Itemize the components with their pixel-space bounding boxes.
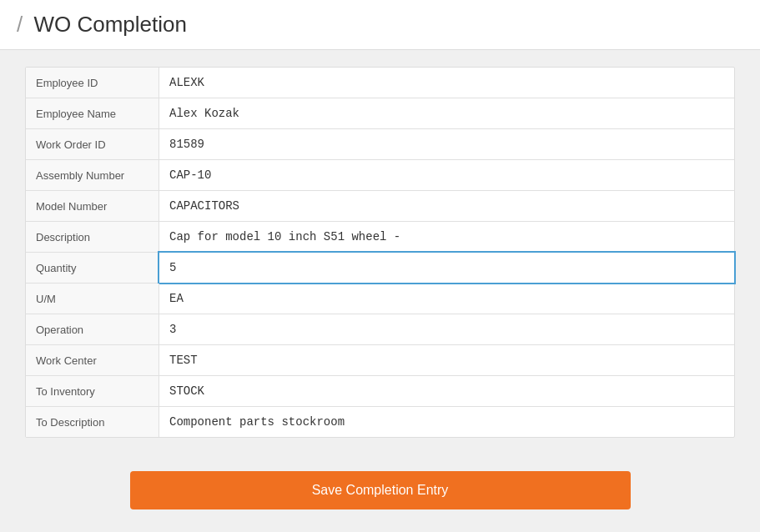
form-field-value: Cap for model 10 inch S51 wheel -	[159, 222, 734, 252]
form-label: Quantity	[26, 253, 159, 283]
page-title-text: WO Completion	[33, 12, 187, 37]
form-label: Employee Name	[26, 98, 159, 128]
form-field-value: 3	[159, 314, 734, 344]
form-row: DescriptionCap for model 10 inch S51 whe…	[26, 222, 734, 253]
quantity-input[interactable]	[159, 253, 734, 283]
save-button-container: Save Completion Entry	[0, 454, 760, 526]
main-content: Employee IDALEXKEmployee NameAlex KozakW…	[0, 50, 760, 454]
form-field-value: TEST	[159, 345, 734, 375]
form-row: Quantity	[26, 253, 734, 284]
form-field-value: EA	[159, 284, 734, 314]
form-container: Employee IDALEXKEmployee NameAlex KozakW…	[25, 67, 735, 438]
footer: Copyright © 2021-2024 Zumasys Inc. v1.6.…	[0, 526, 760, 532]
form-label: To Description	[26, 407, 159, 437]
form-row: Employee IDALEXK	[26, 68, 734, 98]
form-row: To InventorySTOCK	[26, 376, 734, 407]
form-field-value: CAP-10	[159, 160, 734, 190]
form-row: Work Order ID81589	[26, 129, 734, 160]
form-label: Model Number	[26, 191, 159, 221]
save-completion-button[interactable]: Save Completion Entry	[130, 471, 631, 509]
form-label: Assembly Number	[26, 160, 159, 190]
form-field-value: 81589	[159, 129, 734, 159]
form-row: To DescriptionComponent parts stockroom	[26, 407, 734, 437]
form-label: Work Center	[26, 345, 159, 375]
form-label: To Inventory	[26, 376, 159, 406]
form-label: Employee ID	[26, 68, 159, 98]
form-row: Employee NameAlex Kozak	[26, 98, 734, 129]
form-label: Description	[26, 222, 159, 252]
page-title: / WO Completion	[17, 12, 743, 38]
form-row: Model NumberCAPACITORS	[26, 191, 734, 222]
page-header: / WO Completion	[0, 0, 760, 50]
form-row: Operation3	[26, 314, 734, 345]
form-field-value: Alex Kozak	[159, 98, 734, 128]
form-label: Work Order ID	[26, 129, 159, 159]
form-field-value: STOCK	[159, 376, 734, 406]
breadcrumb-slash: /	[17, 12, 23, 37]
form-row: Work CenterTEST	[26, 345, 734, 376]
form-field-value: ALEXK	[159, 68, 734, 98]
form-field-value: Component parts stockroom	[159, 407, 734, 437]
form-row: Assembly NumberCAP-10	[26, 160, 734, 191]
form-label: U/M	[26, 284, 159, 314]
form-row: U/MEA	[26, 284, 734, 314]
form-field-value: CAPACITORS	[159, 191, 734, 221]
form-label: Operation	[26, 314, 159, 344]
